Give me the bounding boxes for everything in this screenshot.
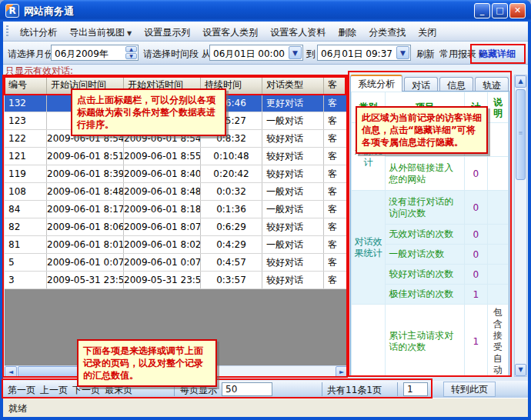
window-title: 网站商务通 xyxy=(24,5,74,18)
vertical-scrollbar[interactable]: ▲ ≡ ▼ xyxy=(514,75,527,377)
table-row[interactable]: 32009-05-31 23:572009-05-31 23:570:3:57较… xyxy=(5,272,348,289)
callout-sort-hint: 点击上面标题栏，可以分别以各项标题做为索引条件对整个数据表进行排序。 xyxy=(71,88,226,136)
reports-menu-button[interactable]: 常用报表▼ xyxy=(439,48,483,61)
detail-item-label: 一般对话次数 xyxy=(386,245,465,265)
detail-item-value: 0 xyxy=(464,265,487,285)
chevron-down-icon[interactable]: ▼ xyxy=(396,46,409,59)
scroll-up-icon[interactable]: ▲ xyxy=(515,75,526,88)
table-cell: 客 xyxy=(324,201,348,218)
page-number-input[interactable]: 1 xyxy=(403,382,428,396)
scroll-left-icon[interactable]: ◄ xyxy=(5,366,17,378)
callout-pagination-hint: 下面各项是来选择或调节上面记录的页码，以及对整个记录的汇总数值。 xyxy=(77,339,217,387)
table-cell: 121 xyxy=(5,148,47,165)
table-cell: 一般对话 xyxy=(262,112,324,129)
detail-item-value: 0 xyxy=(464,225,487,245)
menu-item[interactable]: 设置客人资料 xyxy=(264,27,332,38)
menu-item[interactable]: 统计分析 xyxy=(14,27,63,38)
table-cell: 客 xyxy=(324,254,348,271)
menu-item[interactable]: 删除 xyxy=(332,27,362,38)
table-cell: 82 xyxy=(5,218,47,235)
table-cell: 2009-06-01 8:06 xyxy=(47,218,124,235)
table-row[interactable]: 1192009-06-01 8:392009-06-01 8:400:20:42… xyxy=(5,165,348,183)
callout-detail-hint: 此区域为当前记录的访客详细信息，点击“隐藏详细”可将各项专属信息进行隐藏。 xyxy=(356,106,488,154)
menu-item[interactable]: 关闭 xyxy=(412,27,442,38)
maximize-button[interactable]: □ xyxy=(492,3,508,18)
detail-tabs: 系统分析对话信息轨迹 xyxy=(350,75,509,92)
table-row[interactable]: 842009-06-01 8:172009-06-01 8:180:1:36一般… xyxy=(5,201,348,218)
time-to-combobox[interactable]: 06月01日 09:37 ▼ xyxy=(317,45,411,61)
detail-item-label: 极佳对话的次数 xyxy=(386,285,465,305)
table-row[interactable]: 1082009-06-01 8:482009-06-01 8:480:0:32一… xyxy=(5,183,348,201)
detail-item-note xyxy=(487,157,508,191)
per-page-input[interactable]: 50 xyxy=(222,382,272,396)
time-to-value: 06月01日 09:37 xyxy=(321,48,392,61)
table-cell: 客 xyxy=(324,272,348,288)
filter-bar: 请选择月份 06月2009年 ▲▼ 请选择时间段 从 06月01日 00:00 … xyxy=(3,42,528,65)
column-header[interactable]: 编号 xyxy=(5,76,47,94)
goto-page-button[interactable]: 转到此页 xyxy=(443,382,496,397)
tab-轨迹[interactable]: 轨迹 xyxy=(475,77,509,92)
prev-page-link[interactable]: 上一页 xyxy=(40,384,68,397)
tab-信息[interactable]: 信息 xyxy=(439,77,473,92)
first-page-link[interactable]: 第一页 xyxy=(8,384,35,397)
table-cell: 0:3:57 xyxy=(201,272,262,288)
detail-item-value: 0 xyxy=(464,245,487,265)
table-cell: 2009-06-01 8:17 xyxy=(47,201,124,218)
menu-item[interactable]: 设置客人类别 xyxy=(196,27,264,38)
table-cell: 2009-06-01 8:48 xyxy=(47,183,124,200)
table-cell: 0:4:29 xyxy=(201,236,262,253)
spinner-arrows-icon[interactable]: ▲▼ xyxy=(125,46,137,59)
refresh-button[interactable]: 刷新 xyxy=(416,48,435,61)
detail-item-value: 0 xyxy=(464,157,487,191)
table-cell: 客 xyxy=(324,130,348,147)
detail-item-note xyxy=(487,285,508,305)
hide-detail-button[interactable]: 隐藏详细 xyxy=(479,48,516,61)
detail-item-value: 0 xyxy=(464,191,487,225)
column-header[interactable]: 客 xyxy=(324,76,348,94)
close-button[interactable]: ✕ xyxy=(509,3,526,18)
chevron-down-icon[interactable]: ▼ xyxy=(289,46,302,59)
detail-item-label: 无效对话的次数 xyxy=(386,225,465,245)
table-cell: 一般对话 xyxy=(262,236,324,253)
month-label: 请选择月份 xyxy=(8,48,54,61)
table-cell: 客 xyxy=(324,95,348,112)
table-row[interactable]: 52009-06-01 0:072009-06-01 0:070:4:57较好对… xyxy=(5,254,348,272)
table-cell: 较好对话 xyxy=(262,272,324,288)
range-label: 请选择时间段 从 xyxy=(143,48,211,61)
detail-item-note xyxy=(487,245,508,265)
dropdown-arrow-icon: ▼ xyxy=(127,30,132,37)
table-row[interactable]: 812009-06-01 8:012009-06-01 8:020:4:29一般… xyxy=(5,236,348,254)
table-cell: 81 xyxy=(5,236,47,253)
month-value: 06月2009年 xyxy=(55,48,109,61)
menu-item[interactable]: 设置显示列 xyxy=(138,27,196,38)
menu-bar: 统计分析导出当前视图▼设置显示列设置客人类别设置客人资料删除分类查找关闭 xyxy=(3,22,528,42)
scroll-down-icon[interactable]: ▼ xyxy=(515,364,526,376)
detail-item-label: 较好对话的次数 xyxy=(386,265,465,285)
table-row[interactable]: 1212009-06-01 8:512009-06-01 8:550:10:48… xyxy=(5,148,348,165)
table-cell: 较好对话 xyxy=(262,254,324,271)
table-cell: 119 xyxy=(5,165,47,182)
status-text: 就绪 xyxy=(8,402,27,415)
table-cell: 2009-06-01 8:55 xyxy=(124,148,201,165)
menu-item[interactable]: 导出当前视图▼ xyxy=(63,27,138,38)
tab-系统分析[interactable]: 系统分析 xyxy=(350,75,402,92)
table-cell: 一般对话 xyxy=(262,183,324,200)
column-header[interactable]: 对话类型 xyxy=(262,76,324,94)
scrollbar-thumb[interactable]: ≡ xyxy=(516,89,526,180)
table-cell: 2009-06-01 8:01 xyxy=(47,236,124,253)
table-cell: 客 xyxy=(324,148,348,165)
time-from-value: 06月01日 00:00 xyxy=(213,48,285,61)
time-from-combobox[interactable]: 06月01日 00:00 ▼ xyxy=(209,45,303,61)
table-cell: 3 xyxy=(5,272,47,288)
month-spinner[interactable]: 06月2009年 ▲▼ xyxy=(51,45,139,61)
minimize-button[interactable]: _ xyxy=(474,3,490,18)
table-cell: 较好对话 xyxy=(262,148,324,165)
table-cell: 2009-06-01 8:40 xyxy=(124,165,201,182)
scroll-right-icon[interactable]: ► xyxy=(336,366,348,378)
menu-item[interactable]: 分类查找 xyxy=(362,27,412,38)
window-controls: _ □ ✕ xyxy=(474,3,526,18)
table-cell: 一般对话 xyxy=(262,201,324,218)
table-row[interactable]: 822009-06-01 8:062009-06-01 8:070:6:29较好… xyxy=(5,218,348,236)
tab-对话[interactable]: 对话 xyxy=(404,77,438,92)
detail-group-label xyxy=(352,305,386,378)
